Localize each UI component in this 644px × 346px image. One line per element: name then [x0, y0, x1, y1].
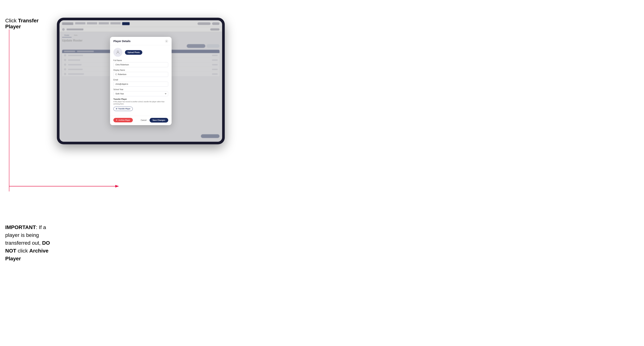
instruction-click-text: Click Transfer Player	[5, 18, 38, 29]
player-details-modal: Player Details ×	[110, 37, 172, 125]
modal-title: Player Details	[114, 40, 130, 43]
transfer-player-label: Transfer Player	[114, 98, 168, 100]
email-label: Email	[114, 79, 168, 81]
instruction-click-prefix: Click	[5, 18, 18, 23]
transfer-player-button[interactable]: ⟳ Transfer Player	[114, 107, 133, 111]
instruction-important-area: IMPORTANT: If a player is being transfer…	[5, 223, 58, 263]
school-year-label: School Year	[114, 88, 168, 91]
annotation-arrow	[9, 183, 119, 189]
school-year-select[interactable]: First Year Second Year Third Year Fourth…	[114, 91, 168, 96]
email-group: Email	[114, 79, 168, 87]
full-name-group: Full Name	[114, 59, 168, 67]
archive-player-button[interactable]: ⬇ Archive Player	[114, 118, 133, 122]
instruction-click-area: Click Transfer Player	[5, 18, 54, 30]
transfer-icon: ⟳	[116, 108, 117, 110]
instruction-important-text2: click	[16, 248, 29, 254]
tablet-screen: Roster Stats Update Roster	[60, 20, 222, 142]
full-name-input[interactable]	[114, 62, 168, 67]
tablet-device: Roster Stats Update Roster	[57, 18, 225, 144]
modal-overlay: Player Details ×	[60, 20, 222, 142]
close-icon: ×	[166, 40, 167, 42]
upload-photo-button[interactable]: Upload Photo	[125, 50, 142, 55]
email-input[interactable]	[114, 82, 168, 87]
save-changes-button[interactable]: Save Changes	[150, 118, 168, 123]
archive-icon: ⬇	[116, 119, 118, 121]
transfer-player-button-label: Transfer Player	[118, 108, 130, 110]
archive-player-label: Archive Player	[118, 119, 130, 121]
avatar	[114, 48, 122, 57]
person-icon	[116, 50, 120, 55]
display-name-group: Display Name	[114, 69, 168, 77]
display-name-label: Display Name	[114, 69, 168, 71]
transfer-player-section: Transfer Player If this player has moved…	[114, 98, 168, 111]
school-year-group: School Year First Year Second Year Third…	[114, 88, 168, 96]
modal-body: Upload Photo Full Name Display Name	[110, 45, 172, 116]
full-name-label: Full Name	[114, 59, 168, 61]
modal-footer: ⬇ Archive Player Cancel Save Changes	[110, 116, 172, 125]
svg-marker-1	[115, 185, 119, 187]
modal-close-button[interactable]: ×	[165, 39, 168, 43]
annotation-vertical-line	[9, 29, 9, 191]
display-name-input[interactable]	[114, 72, 168, 77]
modal-header: Player Details ×	[110, 37, 172, 45]
svg-point-2	[117, 51, 118, 52]
instruction-important-bold: IMPORTANT	[5, 224, 36, 230]
footer-right-buttons: Cancel Save Changes	[139, 118, 168, 123]
cancel-button[interactable]: Cancel	[139, 118, 148, 123]
avatar-section: Upload Photo	[114, 48, 168, 57]
transfer-player-description: If this player has moved to another scho…	[114, 101, 168, 105]
